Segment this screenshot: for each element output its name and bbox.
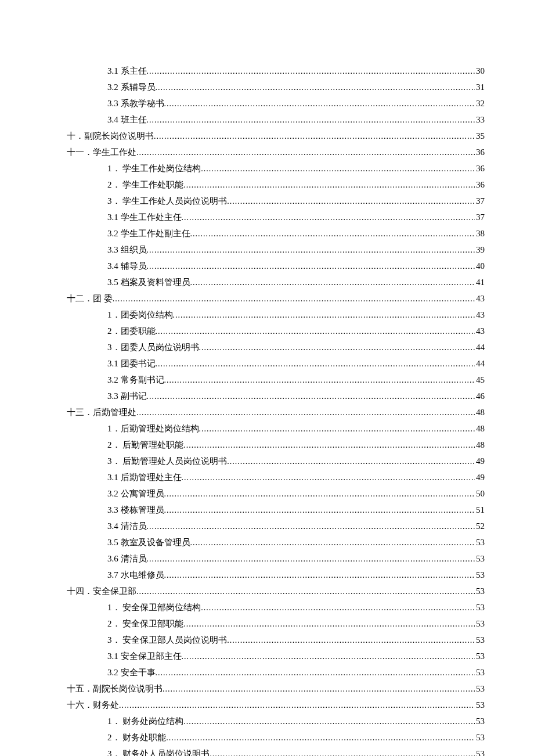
toc-entry: 1． 财务处岗位结构53	[67, 717, 485, 726]
toc-entry-page: 43	[475, 294, 485, 303]
toc-entry-page: 48	[475, 408, 485, 417]
toc-entry: 3.1 安全保卫部主任53	[67, 652, 485, 661]
toc-entry: 3.2 系辅导员31	[67, 83, 485, 92]
toc-entry-label: 3． 后勤管理处人员岗位说明书	[107, 457, 227, 466]
toc-entry-page: 53	[475, 620, 485, 628]
toc-entry-label: 十二．团 委	[67, 294, 113, 303]
toc-entry-page: 32	[475, 99, 485, 108]
toc-leader-dots	[210, 750, 475, 756]
toc-leader-dots	[173, 311, 475, 319]
toc-leader-dots	[227, 636, 475, 645]
toc-entry-page: 49	[475, 473, 485, 482]
toc-leader-dots	[156, 669, 475, 677]
toc-entry-label: 3.7 水电维修员	[107, 571, 164, 579]
toc-entry-label: 2． 学生工作处职能	[107, 181, 183, 189]
toc-leader-dots	[147, 246, 475, 254]
toc-leader-dots	[227, 458, 475, 466]
toc-entry-page: 53	[475, 603, 485, 612]
toc-entry-label: 十五．副院长岗位说明书	[67, 685, 163, 693]
toc-entry-label: 十三．后勤管理处	[67, 408, 136, 417]
toc-entry: 3.6 清洁员53	[67, 555, 485, 564]
toc-entry-page: 43	[475, 327, 485, 336]
toc-leader-dots	[199, 425, 475, 433]
toc-entry: 3.2 公寓管理员50	[67, 489, 485, 499]
toc-entry: 3.2 常务副书记45	[67, 376, 485, 385]
toc-entry-label: 3.2 公寓管理员	[107, 489, 164, 498]
toc-entry: 3.3 系教学秘书32	[67, 99, 485, 109]
toc-leader-dots	[166, 734, 475, 742]
toc-leader-dots	[136, 588, 475, 596]
toc-entry-label: 3． 学生工作处人员岗位说明书	[107, 197, 227, 206]
toc-entry-page: 44	[475, 343, 485, 352]
toc-entry-page: 44	[475, 359, 485, 368]
table-of-contents: 3.1 系主任303.2 系辅导员313.3 系教学秘书323.4 班主任33十…	[67, 67, 485, 756]
toc-leader-dots	[147, 393, 475, 401]
toc-entry-page: 53	[475, 555, 485, 563]
toc-entry-label: 3.2 安全干事	[107, 668, 156, 677]
toc-entry-label: 1．团委岗位结构	[107, 311, 173, 319]
toc-entry: 3.5 档案及资料管理员41	[67, 278, 485, 287]
toc-leader-dots	[154, 132, 475, 141]
toc-entry: 3.3 副书记46	[67, 392, 485, 401]
toc-entry-page: 53	[475, 733, 485, 742]
toc-entry: 2． 安全保卫部职能53	[67, 620, 485, 629]
toc-entry-page: 46	[475, 392, 485, 401]
toc-entry-label: 3.4 辅导员	[107, 262, 147, 271]
toc-entry-page: 53	[475, 571, 485, 579]
toc-leader-dots	[147, 116, 475, 124]
toc-entry: 3.2 安全干事53	[67, 668, 485, 678]
toc-entry-page: 53	[475, 717, 485, 726]
toc-leader-dots	[147, 523, 475, 531]
toc-leader-dots	[164, 571, 475, 579]
toc-entry: 十．副院长岗位说明书35	[67, 132, 485, 141]
toc-leader-dots	[156, 360, 475, 368]
toc-leader-dots	[190, 230, 475, 238]
toc-entry-label: 3.1 安全保卫部主任	[107, 652, 182, 661]
toc-entry-page: 45	[475, 376, 485, 384]
toc-entry-label: 3.4 班主任	[107, 116, 147, 124]
toc-entry-label: 2． 后勤管理处职能	[107, 441, 183, 449]
toc-entry-label: 3． 安全保卫部人员岗位说明书	[107, 636, 227, 645]
toc-leader-dots	[183, 181, 475, 189]
toc-entry: 3.4 班主任33	[67, 116, 485, 125]
toc-leader-dots	[147, 555, 475, 563]
toc-leader-dots	[164, 490, 475, 498]
toc-entry-page: 53	[475, 750, 485, 756]
toc-entry-label: 3． 财务处人员岗位说明书	[107, 750, 210, 756]
toc-entry: 十二．团 委43	[67, 294, 485, 304]
toc-entry-page: 37	[475, 197, 485, 206]
toc-leader-dots	[136, 149, 475, 157]
toc-leader-dots	[147, 262, 475, 271]
toc-entry-page: 39	[475, 246, 485, 254]
toc-entry: 3.1 系主任30	[67, 67, 485, 76]
toc-entry: 3.1 学生工作处主任37	[67, 213, 485, 222]
toc-entry: 3.4 辅导员40	[67, 262, 485, 271]
toc-entry: 十五．副院长岗位说明书53	[67, 685, 485, 694]
toc-entry-label: 3.5 教室及设备管理员	[107, 538, 190, 547]
toc-entry-label: 3.1 团委书记	[107, 359, 156, 368]
toc-leader-dots	[182, 653, 475, 661]
toc-leader-dots	[136, 409, 475, 417]
toc-entry-page: 35	[475, 132, 485, 141]
toc-entry-page: 52	[475, 522, 485, 531]
toc-entry: 1．团委岗位结构43	[67, 311, 485, 320]
toc-entry-label: 2． 财务处职能	[107, 733, 166, 742]
toc-leader-dots	[190, 279, 475, 287]
toc-entry-page: 53	[475, 538, 485, 547]
toc-leader-dots	[119, 701, 475, 710]
toc-entry-label: 3.1 学生工作处主任	[107, 213, 182, 222]
toc-entry: 1．后勤管理处岗位结构48	[67, 424, 485, 434]
toc-entry-label: 1． 财务处岗位结构	[107, 717, 183, 726]
toc-entry-page: 49	[475, 457, 485, 466]
toc-leader-dots	[183, 718, 475, 726]
toc-entry: 3.2 学生工作处副主任38	[67, 229, 485, 239]
toc-entry: 3．团委人员岗位说明书44	[67, 343, 485, 352]
toc-leader-dots	[227, 197, 475, 206]
toc-entry: 十三．后勤管理处48	[67, 408, 485, 417]
toc-entry: 1． 学生工作处岗位结构36	[67, 164, 485, 174]
toc-leader-dots	[164, 100, 475, 108]
toc-entry: 3.3 组织员39	[67, 246, 485, 255]
toc-leader-dots	[164, 376, 475, 384]
toc-entry: 3.3 楼栋管理员51	[67, 506, 485, 515]
toc-entry-label: 3.4 清洁员	[107, 522, 147, 531]
